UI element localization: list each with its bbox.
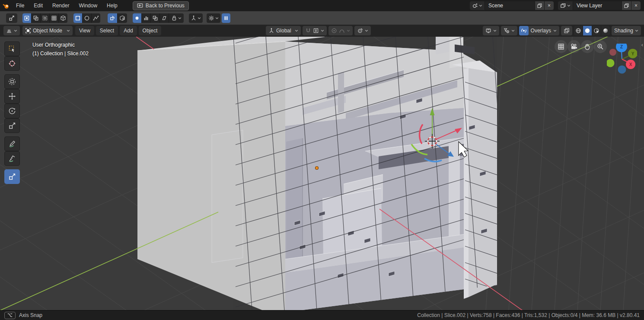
shaded-cube-toggle[interactable]	[118, 13, 127, 23]
axis-ball-neg-y[interactable]	[607, 59, 615, 67]
menu-edit[interactable]: Edit	[29, 3, 48, 9]
cube-toggle[interactable]	[59, 13, 67, 23]
gizmo-toggle-icon	[521, 28, 527, 34]
toggle-ortho-grid-button[interactable]	[555, 40, 567, 53]
scene-name-field[interactable]: Scene	[485, 1, 535, 10]
shading-rendered-toggle[interactable]	[601, 26, 610, 35]
rotate-square-toggle[interactable]	[108, 13, 118, 23]
xray-toggle[interactable]	[561, 26, 572, 35]
tool-select-box[interactable]	[4, 41, 20, 56]
shading-wireframe-toggle[interactable]	[574, 26, 583, 35]
editor-3d-viewport-icon	[6, 28, 12, 34]
curve-points-toggle[interactable]	[92, 13, 100, 23]
overlays-group: Overlays	[519, 26, 559, 35]
axis-ball-neg-z[interactable]	[618, 66, 626, 74]
menu-help[interactable]: Help	[102, 3, 122, 9]
orientation-dropdown[interactable]	[189, 13, 203, 23]
zoom-view-button[interactable]	[594, 40, 607, 53]
parallelogram-toggle[interactable]	[160, 13, 169, 23]
context-label: (1) Collection | Slice.002	[32, 49, 89, 58]
camera-icon	[571, 43, 577, 50]
proportional-edit-icon[interactable]	[331, 28, 337, 34]
scene-unlink-button[interactable]: ×	[544, 1, 554, 10]
square-in-square-toggle[interactable]	[22, 13, 32, 23]
pan-view-button[interactable]	[581, 40, 594, 53]
chevron-down-icon	[178, 16, 182, 20]
shading-solid-toggle[interactable]	[583, 26, 592, 35]
zoom-icon	[597, 43, 604, 50]
view-layer-remove-button[interactable]: ×	[631, 1, 641, 10]
pivot-point-dropdown[interactable]	[354, 26, 371, 35]
slice-plane-outline	[212, 130, 243, 263]
pan-hand-icon	[584, 43, 591, 50]
blender-logo-icon[interactable]	[0, 2, 11, 10]
chevron-down-icon	[198, 16, 201, 20]
stack-toggle[interactable]	[151, 13, 160, 23]
chevron-down-icon	[295, 29, 298, 32]
circle-toggle[interactable]	[83, 13, 92, 23]
scale-tool-icon	[9, 15, 15, 21]
active-tool-indicator	[6, 13, 17, 23]
tool-options-dropdown[interactable]	[207, 13, 220, 23]
wireframe-sphere-icon	[575, 28, 581, 34]
mode-dropdown[interactable]: Object Mode	[22, 26, 73, 35]
menu-render[interactable]: Render	[48, 3, 74, 9]
rendered-sphere-icon	[603, 28, 609, 34]
menu-window[interactable]: Window	[74, 3, 102, 9]
pause-icon	[223, 15, 229, 21]
grid-ortho-icon	[558, 43, 564, 50]
status-bar: Axis Snap Collection | Slice.002 | Verts…	[0, 310, 644, 320]
tool-shelf	[4, 0, 21, 320]
menu-view[interactable]: View	[75, 26, 94, 35]
show-gizmo-toggle[interactable]	[519, 26, 529, 35]
grid-toggle[interactable]	[50, 13, 59, 23]
tool-scale-cage-active[interactable]	[4, 169, 20, 184]
view-layer-icon	[560, 3, 566, 9]
menu-select[interactable]: Select	[96, 26, 118, 35]
axis-label-z: Z	[620, 44, 623, 49]
option-set-c	[108, 13, 127, 23]
tool-measure[interactable]	[4, 151, 20, 166]
transform-orientation-dropdown[interactable]: Global	[266, 26, 301, 35]
tool-rotate[interactable]	[4, 104, 20, 118]
view-layer-name-field[interactable]: View Layer	[573, 1, 622, 10]
viewport-canvas[interactable]	[0, 37, 644, 310]
overlap-squares-toggle[interactable]	[32, 13, 41, 23]
keymap-hint: Axis Snap	[19, 312, 42, 318]
menu-object[interactable]: Object	[139, 26, 162, 35]
overlays-dropdown[interactable]: Overlays	[531, 28, 551, 34]
view-layer-browse-button[interactable]	[558, 1, 573, 10]
menu-file[interactable]: File	[11, 3, 29, 9]
shading-dropdown[interactable]: Shading	[612, 26, 641, 35]
chevron-down-icon	[511, 29, 515, 32]
menu-add[interactable]: Add	[120, 26, 137, 35]
visibility-filter-dropdown[interactable]	[501, 26, 517, 35]
scene-browse-button[interactable]	[470, 1, 485, 10]
tool-transform[interactable]	[4, 74, 20, 89]
bars-toggle[interactable]	[142, 13, 151, 23]
editor-type-dropdown[interactable]	[3, 26, 20, 35]
shading-material-toggle[interactable]	[592, 26, 601, 35]
magnet-icon[interactable]	[305, 28, 311, 34]
falloff-icon[interactable]	[339, 28, 345, 34]
sidebar-collapse-arrow[interactable]: ‹	[641, 41, 643, 48]
object-types-visibility-dropdown[interactable]	[483, 26, 499, 35]
lock-dropdown[interactable]	[169, 13, 184, 23]
tool-scale[interactable]	[4, 118, 20, 133]
snap-increment-icon[interactable]	[313, 28, 319, 34]
camera-view-button[interactable]	[567, 40, 580, 53]
navigation-axis-gizmo[interactable]: Z Y X	[607, 44, 637, 74]
scene-new-button[interactable]	[535, 1, 544, 10]
square-toggle[interactable]	[73, 13, 83, 23]
inset-square-toggle[interactable]	[41, 13, 50, 23]
view-layer-new-button[interactable]	[622, 1, 631, 10]
axis-ball-neg-x[interactable]	[609, 49, 616, 56]
tool-move[interactable]	[4, 89, 20, 104]
pivot-point-icon	[357, 28, 363, 34]
dot-toggle[interactable]	[133, 13, 142, 23]
pause-toggle[interactable]	[222, 13, 230, 23]
tool-annotate[interactable]	[4, 136, 20, 151]
tool-cursor-3d[interactable]	[4, 56, 20, 71]
back-to-previous-button[interactable]: Back to Previous	[133, 1, 189, 10]
chevron-down-icon	[321, 29, 324, 32]
